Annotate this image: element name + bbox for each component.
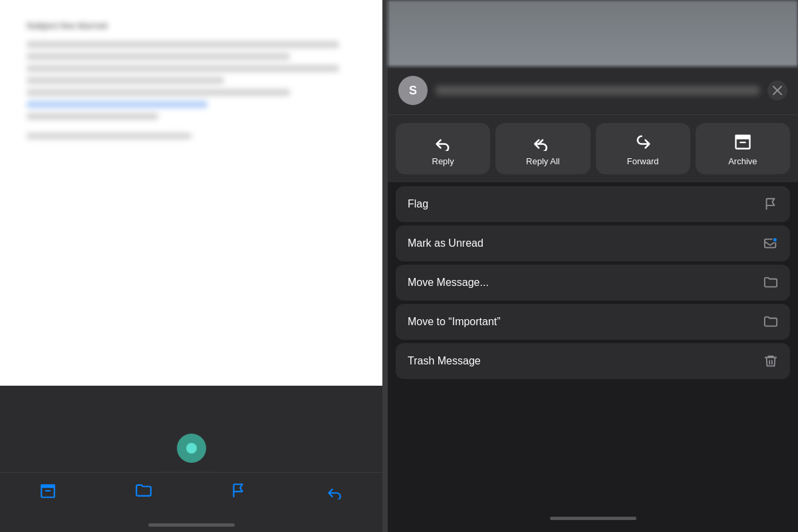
- home-indicator-right: [550, 517, 636, 520]
- action-menu-panel: S Reply R: [388, 0, 798, 532]
- folder-important-icon: [763, 315, 778, 329]
- folder-icon: [763, 275, 778, 290]
- email-footer: [27, 133, 192, 139]
- flag-menu-item[interactable]: Flag: [396, 186, 790, 222]
- move-message-menu-item[interactable]: Move Message...: [396, 265, 790, 301]
- menu-section: Flag Mark as Unread Move Message...: [388, 182, 798, 510]
- forward-label: Forward: [627, 156, 659, 166]
- forward-button[interactable]: Forward: [596, 123, 690, 174]
- sender-name: [436, 86, 759, 95]
- archive-tab[interactable]: [39, 482, 57, 499]
- flag-tab[interactable]: [230, 482, 247, 499]
- top-blurred-area: [388, 0, 798, 66]
- envelope-dot-icon: [763, 236, 778, 251]
- body-line: [27, 41, 339, 48]
- body-line: [27, 53, 290, 60]
- body-highlight: [27, 101, 207, 108]
- archive-icon: [733, 132, 752, 151]
- reply-all-icon: [533, 132, 552, 151]
- trash-menu-item[interactable]: Trash Message: [396, 343, 790, 379]
- mark-unread-label: Mark as Unread: [408, 237, 483, 249]
- move-message-label: Move Message...: [408, 277, 489, 289]
- body-line: [27, 89, 290, 96]
- forward-icon: [634, 132, 652, 151]
- avatar: S: [398, 76, 428, 105]
- trash-label: Trash Message: [408, 355, 481, 367]
- email-header-row: S: [388, 66, 798, 115]
- reply-all-label: Reply All: [526, 156, 560, 166]
- move-important-label: Move to “Important”: [408, 316, 501, 328]
- compose-button[interactable]: [177, 434, 206, 463]
- home-indicator: [148, 523, 235, 527]
- mark-unread-menu-item[interactable]: Mark as Unread: [396, 225, 790, 261]
- panel-divider: [382, 0, 388, 532]
- flag-label: Flag: [408, 198, 428, 210]
- archive-label: Archive: [728, 156, 757, 166]
- right-bottom: [388, 510, 798, 532]
- reply-icon: [434, 132, 452, 151]
- email-subject: Subject line blurred: [27, 20, 356, 32]
- flag-icon: [763, 197, 778, 211]
- archive-button[interactable]: Archive: [696, 123, 790, 174]
- body-line: [27, 77, 224, 84]
- reply-tab[interactable]: [326, 482, 343, 499]
- reply-button[interactable]: Reply: [396, 123, 490, 174]
- email-panel: Subject line blurred blurred text here: [0, 0, 382, 532]
- reply-label: Reply: [432, 156, 454, 166]
- reply-all-button[interactable]: Reply All: [495, 123, 590, 174]
- trash-icon: [763, 354, 778, 368]
- body-line: [27, 65, 339, 72]
- close-button[interactable]: [767, 80, 787, 100]
- body-line: [27, 113, 158, 120]
- svg-point-5: [773, 237, 777, 241]
- action-buttons-row: Reply Reply All Forward: [388, 115, 798, 182]
- folder-tab[interactable]: [135, 482, 152, 499]
- move-important-menu-item[interactable]: Move to “Important”: [396, 304, 790, 340]
- tab-bar: [0, 472, 382, 532]
- email-content: Subject line blurred: [0, 0, 382, 386]
